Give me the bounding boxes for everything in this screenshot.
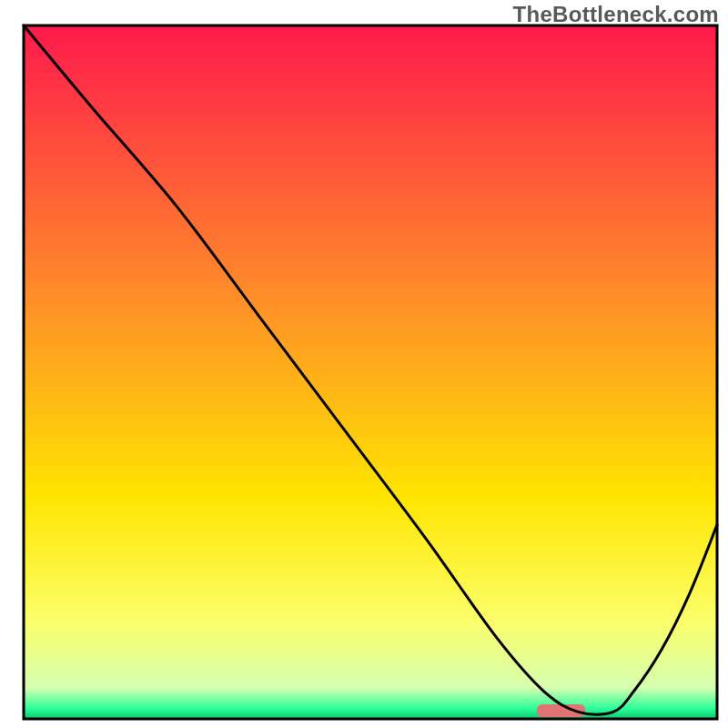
chart-container: { "watermark": "TheBottleneck.com", "cha… xyxy=(0,0,728,728)
bottleneck-chart xyxy=(0,0,728,728)
chart-gradient-background xyxy=(24,25,717,719)
watermark-text: TheBottleneck.com xyxy=(513,2,719,27)
